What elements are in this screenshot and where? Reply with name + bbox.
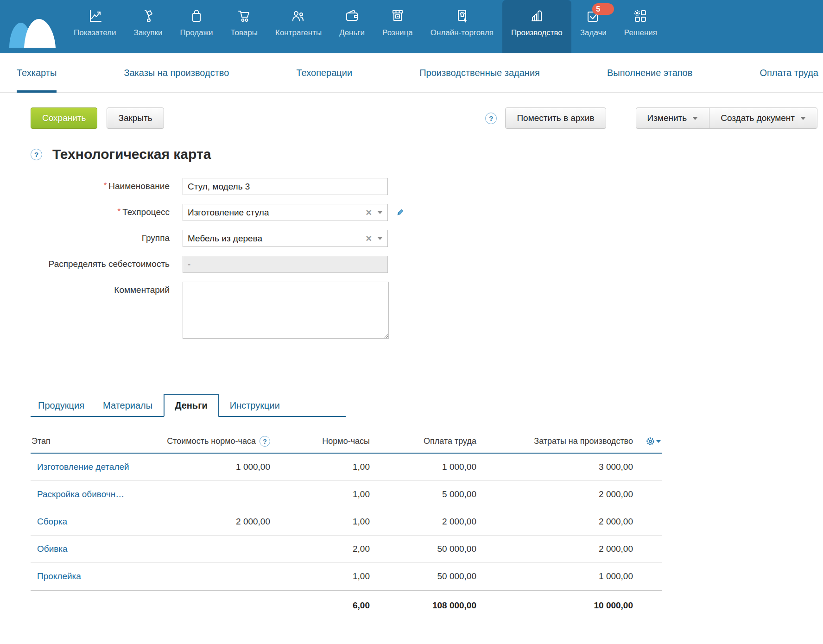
- table-settings-control[interactable]: [635, 437, 661, 446]
- hours-cell: 1,00: [271, 563, 371, 591]
- document-actions-group: Изменить Создать документ: [636, 107, 818, 129]
- techprocess-field-label-text: Техпроцесс: [122, 207, 170, 217]
- group-select[interactable]: Мебель из дерева ×: [183, 230, 388, 247]
- tab-produkciya[interactable]: Продукция: [31, 395, 92, 416]
- nav-item-resheniya[interactable]: Решения: [615, 0, 666, 53]
- tab-materialy[interactable]: Материалы: [95, 395, 160, 416]
- hours-cell: 1,00: [271, 453, 371, 481]
- nav-label: Закупки: [134, 28, 163, 38]
- table-row: Обивка 2,00 50 000,00 2 000,00: [31, 536, 662, 563]
- costs-cell: 2 000,00: [477, 481, 634, 508]
- store-icon: [390, 7, 405, 25]
- tab-dengi[interactable]: Деньги: [164, 394, 219, 417]
- comment-textarea[interactable]: [183, 282, 389, 339]
- name-input[interactable]: [183, 178, 388, 195]
- subnav-item-tehoperacii[interactable]: Техоперации: [296, 53, 352, 92]
- cost-distribution-field-label: Распределять себестоимость: [31, 256, 170, 269]
- labor-cell: 50 000,00: [371, 536, 477, 563]
- stage-link[interactable]: Обивка: [37, 544, 68, 554]
- chart-line-icon: [87, 7, 103, 25]
- moysklad-logo[interactable]: [0, 0, 65, 53]
- stage-link[interactable]: Проклейка: [37, 571, 81, 581]
- nav-item-zakupki[interactable]: Закупки: [125, 0, 171, 53]
- subnav-item-proizvodstvennye-zadaniya[interactable]: Производственные задания: [419, 53, 540, 92]
- subnav-item-tehkarty[interactable]: Техкарты: [17, 53, 57, 92]
- nav-label: Онлайн-торговля: [430, 28, 494, 38]
- nav-label: Продажи: [180, 28, 213, 38]
- costs-cell: 2 000,00: [477, 536, 634, 563]
- top-bar: Показатели Закупки Продажи: [0, 0, 823, 53]
- stage-link[interactable]: Раскройка обивочн…: [37, 489, 124, 499]
- comment-field-label-text: Комментарий: [114, 285, 170, 295]
- nav-item-dengi[interactable]: Деньги: [330, 0, 374, 53]
- table-row: Проклейка 1,00 50 000,00 1 000,00: [31, 563, 662, 591]
- comment-field-label: Комментарий: [31, 282, 170, 295]
- help-icon[interactable]: ?: [31, 149, 42, 160]
- people-icon: [291, 7, 306, 25]
- save-button[interactable]: Сохранить: [31, 107, 97, 129]
- nav-item-zadachi[interactable]: 5 Задачи: [571, 0, 615, 53]
- subnav-item-oplata-truda[interactable]: Оплата труда: [760, 53, 818, 92]
- edit-pencil-icon[interactable]: [394, 207, 405, 220]
- dropdown-arrow-icon[interactable]: [377, 211, 383, 214]
- tasks-count-badge: 5: [592, 3, 614, 15]
- hours-cell: 2,00: [271, 536, 371, 563]
- subnav-item-vypolnenie-etapov[interactable]: Выполнение этапов: [607, 53, 692, 92]
- apps-icon: [633, 7, 648, 25]
- techprocess-select[interactable]: Изготовление стула ×: [183, 204, 388, 221]
- save-button-label: Сохранить: [42, 113, 86, 123]
- chevron-down-icon: [692, 117, 698, 120]
- production-sub-navigation: Техкарты Заказы на производство Техопера…: [0, 53, 823, 93]
- nav-label: Решения: [624, 28, 657, 38]
- stage-link[interactable]: Сборка: [37, 517, 67, 526]
- group-value: Мебель из дерева: [188, 234, 366, 244]
- logo-icon: [8, 18, 57, 49]
- clear-icon[interactable]: ×: [366, 208, 372, 218]
- clear-icon[interactable]: ×: [366, 234, 372, 244]
- table-row: Изготовление деталей 1 000,00 1,00 1 000…: [31, 453, 662, 481]
- dropdown-arrow-icon[interactable]: [377, 237, 383, 240]
- nav-item-onlain-torgovlya[interactable]: Онлайн-торговля: [422, 0, 502, 53]
- stage-link[interactable]: Изготовление деталей: [37, 462, 129, 472]
- nav-item-proizvodstvo[interactable]: Производство: [502, 0, 571, 53]
- rate-cell: [156, 563, 271, 591]
- name-field-label-text: Наименование: [108, 181, 170, 191]
- techprocess-field-label: *Техпроцесс: [31, 204, 170, 217]
- form-row-group: Группа Мебель из дерева ×: [31, 230, 823, 247]
- required-marker: *: [118, 207, 121, 216]
- page-title: Технологическая карта: [52, 146, 211, 162]
- labor-cell: 2 000,00: [371, 508, 477, 536]
- nav-label: Контрагенты: [275, 28, 322, 38]
- table-row: Раскройка обивочн… 1,00 5 000,00 2 000,0…: [31, 481, 662, 508]
- cost-distribution-label-text: Распределять себестоимость: [49, 259, 170, 269]
- rate-cell: 2 000,00: [156, 508, 271, 536]
- nav-label: Розница: [382, 28, 413, 38]
- nav-item-kontragenty[interactable]: Контрагенты: [266, 0, 330, 53]
- factory-icon: [529, 7, 544, 25]
- chevron-down-icon: [656, 440, 661, 443]
- wallet-icon: [344, 7, 360, 25]
- costs-cell: 3 000,00: [477, 453, 634, 481]
- nav-item-tovary[interactable]: Товары: [222, 0, 266, 53]
- costs-cell: 2 000,00: [477, 508, 634, 536]
- help-icon[interactable]: ?: [485, 113, 497, 124]
- labor-cell: 50 000,00: [371, 563, 477, 591]
- cart-icon: [236, 7, 252, 25]
- edit-button[interactable]: Изменить: [636, 107, 710, 129]
- help-icon[interactable]: ?: [260, 436, 270, 447]
- archive-button[interactable]: Поместить в архив: [505, 107, 606, 129]
- page-title-row: ? Технологическая карта: [31, 146, 823, 162]
- table-row: Сборка 2 000,00 1,00 2 000,00 2 000,00: [31, 508, 662, 536]
- create-document-button[interactable]: Создать документ: [709, 107, 817, 129]
- nav-label: Деньги: [339, 28, 365, 38]
- tab-instrukcii[interactable]: Инструкции: [222, 395, 287, 416]
- labor-cell: 1 000,00: [371, 453, 477, 481]
- nav-item-pokazateli[interactable]: Показатели: [65, 0, 125, 53]
- nav-item-roznica[interactable]: Розница: [374, 0, 422, 53]
- nav-item-prodazhi[interactable]: Продажи: [171, 0, 222, 53]
- total-labor: 108 000,00: [371, 591, 477, 619]
- column-header-rate: Стоимость нормо-часа ?: [156, 429, 271, 453]
- subnav-item-zakazy-na-proizvodstvo[interactable]: Заказы на производство: [124, 53, 229, 92]
- close-button[interactable]: Закрыть: [107, 107, 164, 129]
- edit-button-label: Изменить: [647, 113, 687, 123]
